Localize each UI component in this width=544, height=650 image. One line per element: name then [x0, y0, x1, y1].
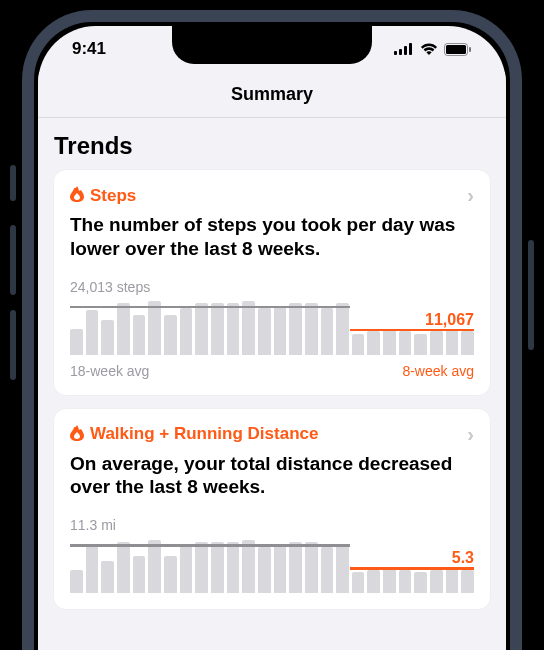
- chart-bar: [242, 540, 255, 593]
- battery-icon: [444, 43, 472, 56]
- avg-short-label: 11,067: [425, 311, 474, 329]
- chart-bar: [289, 542, 302, 593]
- steps-chart: 24,013 steps 11,067 18-week avg 8-week a…: [70, 279, 474, 379]
- chart-bar: [227, 542, 240, 593]
- svg-rect-2: [404, 46, 407, 55]
- chart-bar: [86, 544, 99, 593]
- chart-bar: [70, 570, 83, 593]
- section-title: Trends: [54, 132, 490, 160]
- avg-long-label: 24,013 steps: [70, 279, 474, 295]
- side-button-silence[interactable]: [10, 165, 16, 201]
- chart-bar: [414, 572, 427, 593]
- chart-bars: 5.3: [70, 535, 474, 593]
- chart-bar: [164, 556, 177, 593]
- chart-bar: [117, 303, 130, 354]
- chart-bars: 11,067: [70, 297, 474, 355]
- chart-bar: [117, 542, 130, 593]
- phone-frame: 9:41 Summary Trends Steps › T: [22, 10, 522, 650]
- chart-bar: [336, 544, 349, 593]
- chart-bar: [399, 570, 412, 593]
- card-header: Steps ›: [70, 184, 474, 207]
- side-button-power[interactable]: [528, 240, 534, 350]
- side-button-volume-up[interactable]: [10, 225, 16, 295]
- card-title: Walking + Running Distance: [90, 424, 461, 444]
- chart-bar: [305, 542, 318, 593]
- chart-bar: [148, 301, 161, 354]
- chart-bar: [148, 540, 161, 593]
- chart-bar: [383, 329, 396, 355]
- chart-bar: [133, 315, 146, 354]
- nav-bar: Summary: [38, 72, 506, 118]
- chart-bar: [274, 544, 287, 593]
- chart-bar: [195, 542, 208, 593]
- card-desc: On average, your total distance decrease…: [70, 452, 474, 500]
- chart-bar: [274, 306, 287, 355]
- chart-bar: [289, 303, 302, 354]
- card-header: Walking + Running Distance ›: [70, 423, 474, 446]
- status-indicators: [394, 43, 472, 56]
- chart-bar: [258, 547, 271, 593]
- status-time: 9:41: [72, 39, 106, 59]
- chart-bar: [101, 320, 114, 355]
- chart-bar: [180, 308, 193, 354]
- notch: [172, 26, 372, 64]
- svg-rect-1: [399, 49, 402, 55]
- avg-line-short: [350, 329, 474, 332]
- chart-bar: [336, 303, 349, 354]
- chart-bar: [414, 334, 427, 355]
- svg-rect-3: [409, 43, 412, 55]
- chart-bar: [180, 544, 193, 593]
- avg-line-short: [350, 567, 474, 570]
- chevron-right-icon: ›: [467, 423, 474, 446]
- chart-bar: [461, 331, 474, 354]
- chart-bar: [101, 561, 114, 593]
- chart-bar: [367, 331, 380, 354]
- chart-bar: [430, 331, 443, 354]
- chart-bar: [164, 315, 177, 354]
- svg-rect-5: [446, 45, 466, 54]
- chart-bar: [446, 329, 459, 355]
- chart-bar: [195, 303, 208, 354]
- chart-bar: [211, 542, 224, 593]
- chart-bar: [461, 570, 474, 593]
- chart-bar: [258, 308, 271, 354]
- footer-left: 18-week avg: [70, 363, 149, 379]
- svg-rect-0: [394, 51, 397, 55]
- distance-chart: 11.3 mi 5.3: [70, 517, 474, 593]
- flame-icon: [70, 425, 84, 444]
- avg-line-long: [70, 306, 350, 309]
- side-button-volume-down[interactable]: [10, 310, 16, 380]
- chart-bar: [383, 567, 396, 593]
- chart-bar: [446, 567, 459, 593]
- wifi-icon: [420, 43, 438, 55]
- chart-bar: [321, 547, 334, 593]
- nav-title: Summary: [231, 84, 313, 105]
- chart-bar: [211, 303, 224, 354]
- content-scroll[interactable]: Trends Steps › The number of steps you t…: [38, 118, 506, 650]
- avg-long-label: 11.3 mi: [70, 517, 474, 533]
- svg-rect-6: [469, 47, 471, 52]
- cellular-icon: [394, 43, 414, 55]
- chart-bar: [227, 303, 240, 354]
- footer-right: 8-week avg: [402, 363, 474, 379]
- chart-bar: [242, 301, 255, 354]
- chart-bar: [305, 303, 318, 354]
- flame-icon: [70, 186, 84, 205]
- card-desc: The number of steps you took per day was…: [70, 213, 474, 261]
- chart-bar: [430, 570, 443, 593]
- chart-bar: [399, 331, 412, 354]
- chart-footer: 18-week avg 8-week avg: [70, 363, 474, 379]
- chevron-right-icon: ›: [467, 184, 474, 207]
- chart-bar: [352, 572, 365, 593]
- avg-line-long: [70, 544, 350, 547]
- chart-bar: [70, 329, 83, 355]
- phone-screen: 9:41 Summary Trends Steps › T: [38, 26, 506, 650]
- trend-card-steps[interactable]: Steps › The number of steps you took per…: [54, 170, 490, 395]
- chart-bar: [133, 556, 146, 593]
- trend-card-distance[interactable]: Walking + Running Distance › On average,…: [54, 409, 490, 610]
- avg-short-label: 5.3: [452, 549, 474, 567]
- chart-bar: [321, 308, 334, 354]
- chart-bar: [352, 334, 365, 355]
- chart-bar: [367, 570, 380, 593]
- chart-bar: [86, 310, 99, 354]
